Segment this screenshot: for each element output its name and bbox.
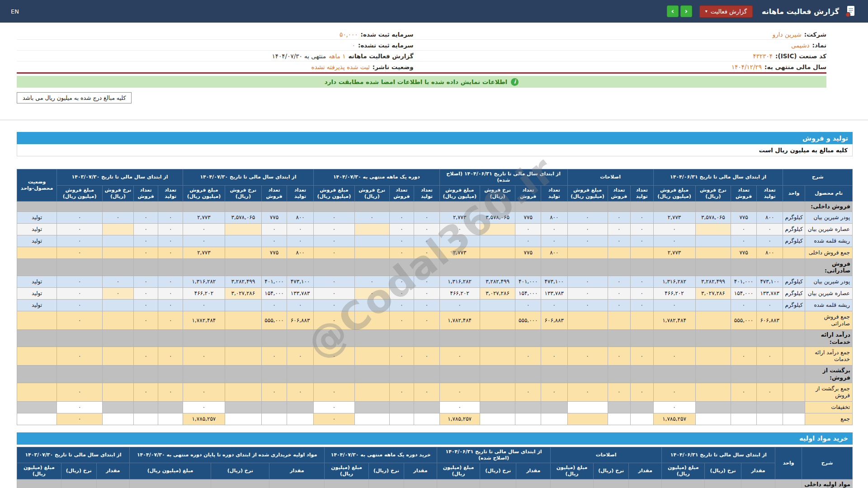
signed-data-banner: i اطلاعات نمایش داده شده با اطلاعات امضا… — [17, 76, 826, 88]
cell: ۰ — [158, 247, 183, 258]
cell: ۰ — [756, 235, 783, 247]
cell — [653, 202, 695, 212]
cell: ۰ — [287, 223, 314, 235]
cell — [515, 413, 541, 425]
cell: ۰ — [631, 300, 654, 311]
cell — [414, 366, 440, 383]
cell — [695, 258, 731, 276]
next-report-button[interactable]: › — [680, 5, 692, 17]
cell: کیلوگرم — [783, 235, 805, 247]
column-group-header: دوره یک ماهه منتهی به ۱۴۰۴/۰۷/۳۰ — [313, 169, 439, 186]
amounts-unit-subtitle: کلیه مبالغ به میلیون ریال است — [17, 144, 853, 156]
cell: فروش صادراتی: — [805, 258, 852, 276]
cell: ۷۷۵ — [261, 247, 287, 258]
symbol-value[interactable]: دشیمی — [791, 42, 809, 49]
cell — [783, 202, 805, 212]
company-name-row: شرکت: شیرین دارو — [414, 29, 826, 40]
cell: ۰ — [389, 383, 414, 401]
column-header: تعداد تولید — [158, 185, 183, 202]
cell — [731, 366, 757, 383]
section-row: فروش داخلی: — [17, 202, 853, 212]
cell — [695, 235, 731, 247]
column-group-header: از ابتدای سال مالی تا تاریخ ۱۴۰۴/۰۶/۳۱ — [653, 169, 783, 186]
cell — [354, 366, 389, 383]
cell — [653, 366, 695, 383]
cell: ۰ — [567, 300, 608, 311]
column-header: نرخ (ریال) — [211, 463, 269, 479]
cell: ۰ — [631, 211, 654, 223]
cell: ۷۷۵ — [731, 211, 757, 223]
symbol-row: نماد: دشیمی — [414, 40, 826, 51]
cell — [551, 479, 594, 488]
cell — [103, 413, 134, 425]
data-row: ریشه قلمه شدهکیلوگرم۰۰۰۰۰۰۰۰۰۰۰۰۰۰۰۰۰۰تو… — [17, 300, 853, 311]
cell: ۳,۲۸۲,۴۹۹ — [480, 276, 515, 288]
cell: ۰ — [731, 235, 757, 247]
cell — [608, 247, 631, 258]
cell — [541, 202, 568, 212]
cell: ۰ — [158, 347, 183, 366]
cell: ۰ — [567, 276, 608, 288]
cell: ۰ — [133, 347, 158, 366]
cell — [158, 401, 183, 413]
cell: ۰ — [389, 311, 414, 330]
cell — [158, 330, 183, 347]
cell: ۰ — [439, 300, 480, 311]
data-row: عصاره شیرین بیانکیلوگرم۱۳۳,۷۸۳۱۵۴,۰۰۰۳,۰… — [17, 288, 853, 300]
column-header: تعداد فروش — [133, 185, 158, 202]
cell: ۰ — [57, 300, 103, 311]
cell — [662, 479, 705, 488]
cell: ۰ — [631, 288, 654, 300]
amounts-note-wrap: کلیه مبالغ درج شده به میلیون ریال می باش… — [17, 92, 826, 103]
registered-capital-row: سرمایه ثبت شده: ۵۰,۰۰۰ — [17, 29, 414, 40]
cell — [567, 366, 608, 383]
cell — [516, 479, 551, 488]
cell: ۳,۵۷۸,۰۶۵ — [695, 211, 731, 223]
column-header: تعداد تولید — [631, 185, 654, 202]
language-switch-en[interactable]: EN — [11, 8, 19, 15]
cell — [17, 347, 57, 366]
report-type-dropdown[interactable]: گزارش فعالیت ▾ — [699, 5, 753, 18]
cell: عصاره شیرین بیان — [805, 288, 852, 300]
cell — [354, 202, 389, 212]
cell: ۰ — [608, 276, 631, 288]
cell: جمع درآمد ارائه خدمات — [805, 347, 852, 366]
amounts-note: کلیه مبالغ درج شده به میلیون ریال می باش… — [17, 92, 132, 103]
cell — [567, 330, 608, 347]
cell — [225, 383, 261, 401]
column-group-header: شرح — [802, 447, 852, 479]
cell: ۰ — [414, 300, 440, 311]
cell: ۰ — [414, 247, 440, 258]
cell — [133, 401, 158, 413]
cell — [261, 258, 287, 276]
column-header: تعداد فروش — [608, 185, 631, 202]
cell: ۰ — [183, 401, 225, 413]
data-row: جمع۱,۷۸۵,۲۵۷۱,۷۸۵,۲۵۷۰۱,۷۸۵,۲۵۷۰ — [17, 413, 853, 425]
cell — [480, 202, 515, 212]
cell — [225, 413, 261, 425]
cell — [133, 366, 158, 383]
column-group-header: خرید دوره یک ماهه منتهی به ۱۴۰۴/۰۷/۳۰ — [325, 447, 437, 463]
cell — [631, 247, 654, 258]
cell — [225, 235, 261, 247]
data-row: جمع درآمد ارائه خدمات۰۰۰۰۰۰۰۰۰۰۰۰۰۰۰۰۰۰ — [17, 347, 853, 366]
cell — [17, 247, 57, 258]
cell — [225, 247, 261, 258]
cell — [17, 479, 61, 488]
cell: ۰ — [133, 247, 158, 258]
cell: ۴۶۶,۲۰۲ — [183, 288, 225, 300]
cell — [158, 202, 183, 212]
amounts-unit-text: کلیه مبالغ به میلیون ریال است — [759, 147, 848, 154]
cell — [480, 401, 515, 413]
raw-materials-title-bar: خرید مواد اولیه — [17, 432, 853, 445]
cell — [261, 330, 287, 347]
cell — [103, 223, 134, 235]
column-header: مبلغ فروش (میلیون ریال) — [183, 185, 225, 202]
cell — [480, 311, 515, 330]
previous-report-button[interactable]: ‹ — [667, 5, 679, 17]
column-group-header: اصلاحات — [551, 447, 662, 463]
cell: درآمد ارائه خدمات: — [805, 330, 852, 347]
cell — [631, 330, 654, 347]
column-group-header: از ابتدای سال مالی تا تاریخ ۱۴۰۴/۰۶/۳۱ — [662, 447, 775, 463]
company-value[interactable]: شیرین دارو — [773, 31, 802, 38]
